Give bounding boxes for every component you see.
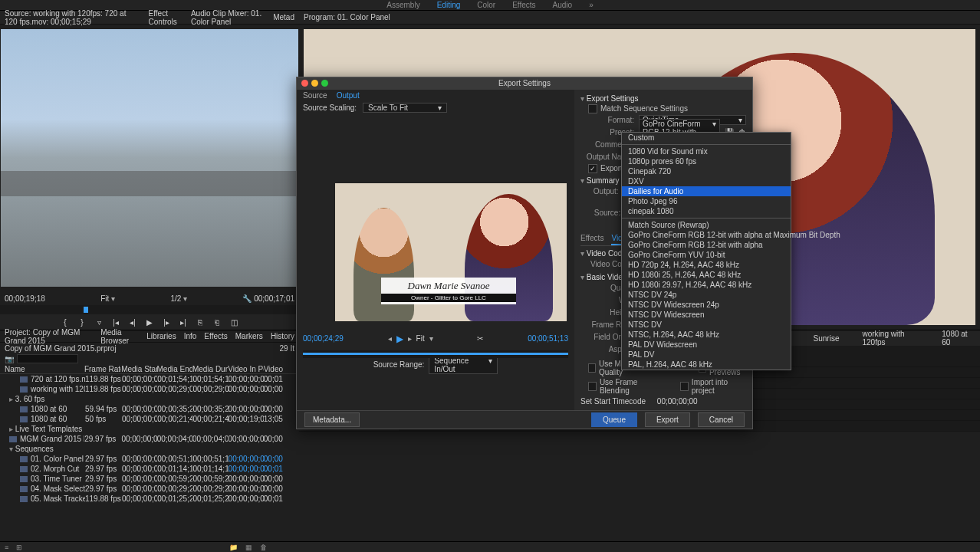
insert-icon[interactable]: ⎘ <box>196 317 205 327</box>
export-play-icon[interactable]: ▶ <box>396 334 403 344</box>
table-row[interactable]: Sequences <box>0 444 299 454</box>
preset-option[interactable]: 1080 Vid for Sound mix <box>622 146 791 156</box>
export-preview[interactable]: Dawn Marie Svanoe Owner - Glitter to Gor… <box>335 183 567 321</box>
export-fit[interactable]: Fit <box>416 334 425 343</box>
tab-libraries[interactable]: Libraries <box>146 332 176 340</box>
scaling-select[interactable]: Scale To Fit▾ <box>363 103 447 113</box>
preset-option[interactable]: NTSC DV 24p <box>622 290 791 300</box>
export-frame-icon[interactable]: ◫ <box>229 317 238 327</box>
source-tab-fx[interactable]: Effect Controls <box>149 9 180 26</box>
export-slider[interactable] <box>303 350 568 358</box>
icon-view-icon[interactable]: ⊞ <box>16 544 22 551</box>
ws-editing[interactable]: Editing <box>437 1 461 9</box>
chk-frame-blend[interactable]: Use Frame Blending <box>588 378 662 395</box>
source-tc-right[interactable]: 🔧 00;00;17;01 <box>242 294 294 303</box>
source-tab-clip[interactable]: Source: working with 120fps: 720 at 120 … <box>5 9 138 26</box>
preset-option[interactable]: HD 1080i 29.97, H.264, AAC 48 kHz <box>622 280 791 290</box>
marker-icon[interactable]: ▿ <box>94 317 104 327</box>
preset-option[interactable]: cinepak 1080 <box>622 206 791 216</box>
mark-in-icon[interactable]: { <box>61 317 70 327</box>
source-tc-left[interactable]: 00;00;19;18 <box>5 294 45 303</box>
preset-option[interactable]: HD 720p 24, H.264, AAC 48 kHz <box>622 260 791 270</box>
source-tab-metadata[interactable]: Metad <box>273 13 294 21</box>
step-fwd-icon[interactable]: |▸ <box>162 317 171 327</box>
preset-option[interactable]: NTSC DV <box>622 320 791 330</box>
preset-option[interactable]: Custom <box>622 133 791 143</box>
source-monitor[interactable] <box>1 29 298 287</box>
preset-option[interactable]: GoPro CineForm YUV 10-bit <box>622 250 791 260</box>
preset-option[interactable]: DXV <box>622 176 791 186</box>
cancel-button[interactable]: Cancel <box>698 412 745 427</box>
preset-option[interactable]: Cinepak 720 <box>622 166 791 176</box>
tab-source[interactable]: Source <box>303 91 327 100</box>
table-row[interactable]: MGM Grand 2015 Linked29.97 fps00;00;00;0… <box>0 434 299 444</box>
bin-icon[interactable]: 📷 <box>5 355 14 363</box>
ws-effects[interactable]: Effects <box>512 1 535 9</box>
marker-1080[interactable]: 1080 at 60 <box>942 330 972 347</box>
tab-markers[interactable]: Markers <box>235 332 263 340</box>
goto-out-icon[interactable]: ▸| <box>179 317 188 327</box>
preset-option[interactable]: NTSC DV Widescreen 24p <box>622 300 791 310</box>
tab-effects[interactable]: Effects <box>204 332 227 340</box>
export-tc-in[interactable]: 00;00;24;29 <box>303 334 344 343</box>
ws-more-icon[interactable]: » <box>589 1 594 9</box>
project-search[interactable] <box>17 354 78 363</box>
sect-export-settings[interactable]: Export Settings <box>580 94 746 103</box>
ws-assembly[interactable]: Assembly <box>386 1 419 9</box>
table-row[interactable]: 03. Time Tuner29.97 fps00;00;00;0000;00;… <box>0 474 299 484</box>
ws-color[interactable]: Color <box>477 1 495 9</box>
preset-option[interactable]: Photo Jpeg 96 <box>622 196 791 206</box>
preset-option[interactable]: PAL, H.264, AAC 48 kHz <box>622 360 791 370</box>
ws-audio[interactable]: Audio <box>553 1 573 9</box>
program-tab[interactable]: Program: 01. Color Panel <box>304 13 390 21</box>
preset-option[interactable]: 1080p prores 60 fps <box>622 156 791 166</box>
list-view-icon[interactable]: ≡ <box>5 544 8 551</box>
tab-info[interactable]: Info <box>184 332 197 340</box>
mark-out-icon[interactable]: } <box>77 317 87 327</box>
step-back-icon[interactable]: ◂| <box>128 317 137 327</box>
preset-option[interactable]: Match Source (Rewrap) <box>622 220 791 230</box>
preset-option[interactable]: GoPro CineForm RGB 12-bit with alpha <box>622 240 791 250</box>
preset-option[interactable]: NTSC, H.264, AAC 48 kHz <box>622 330 791 340</box>
marker-120fps[interactable]: working with 120fps <box>862 330 919 347</box>
table-row[interactable]: 05. Mask Tracker119.88 fps00;00;00;0000;… <box>0 494 299 504</box>
preset-option[interactable]: GoPro CineForm RGB 12-bit with alpha at … <box>622 230 791 240</box>
trash-icon[interactable]: 🗑 <box>260 544 267 551</box>
goto-in-icon[interactable]: |◂ <box>111 317 120 327</box>
tab-history[interactable]: History <box>271 332 294 340</box>
preset-option[interactable]: HD 1080i 25, H.264, AAC 48 kHz <box>622 270 791 280</box>
export-tc-out[interactable]: 00;00;51;13 <box>528 334 568 343</box>
table-row[interactable]: working with 120f119.88 fps00;00;00;0000… <box>0 384 299 394</box>
export-button[interactable]: Export <box>645 412 690 427</box>
queue-button[interactable]: Queue <box>591 412 637 427</box>
play-icon[interactable]: ▶ <box>145 317 154 327</box>
preset-option[interactable]: PAL DV <box>622 350 791 360</box>
srcrange-select[interactable]: Sequence In/Out▾ <box>429 356 498 374</box>
metadata-button[interactable]: Metadata... <box>304 412 360 427</box>
table-row[interactable]: 720 at 120 fps.m119.88 fps00;00;00;0000;… <box>0 374 299 384</box>
set-tc-value[interactable]: 00;00;00;00 <box>657 397 698 406</box>
tab-fx[interactable]: Effects <box>580 232 603 245</box>
source-fit[interactable]: Fit <box>100 294 109 303</box>
preset-option[interactable]: Dailies for Audio <box>622 186 791 196</box>
preset-dropdown[interactable]: Custom1080 Vid for Sound mix1080p prores… <box>621 132 791 370</box>
table-row[interactable]: 01. Color Panel29.97 fps00;00;00;0000;00… <box>0 454 299 464</box>
table-row[interactable]: 04. Mask Selections29.97 fps00;00;00;000… <box>0 484 299 494</box>
table-row[interactable]: 1080 at 6059.94 fps00;00;00;0000;00;35;2… <box>0 404 299 414</box>
chk-import-proj[interactable]: Import into project <box>680 378 746 395</box>
marker-sunrise[interactable]: Sunrise <box>814 334 840 343</box>
chk-match-sequence[interactable]: Match Sequence Settings <box>588 104 746 113</box>
crop-icon[interactable]: ✂ <box>477 334 483 343</box>
table-row[interactable]: 02. Morph Cut29.97 fps00;00;00;0000;01;1… <box>0 464 299 474</box>
preset-option[interactable]: NTSC DV Widescreen <box>622 310 791 320</box>
preset-option[interactable]: PAL DV Widescreen <box>622 340 791 350</box>
table-row[interactable]: 1080 at 6050 fps00;00;00;0000;00;21;4700… <box>0 414 299 424</box>
overwrite-icon[interactable]: ⎗ <box>212 317 222 327</box>
table-row[interactable]: 3. 60 fps <box>0 394 299 404</box>
table-row[interactable]: Live Text Templates <box>0 424 299 434</box>
source-ruler[interactable] <box>0 305 299 314</box>
tab-output[interactable]: Output <box>337 91 360 100</box>
new-bin-icon[interactable]: 📁 <box>229 544 238 551</box>
new-item-icon[interactable]: ▦ <box>245 544 252 551</box>
source-tab-audiomixer[interactable]: Audio Clip Mixer: 01. Color Panel <box>191 9 262 26</box>
